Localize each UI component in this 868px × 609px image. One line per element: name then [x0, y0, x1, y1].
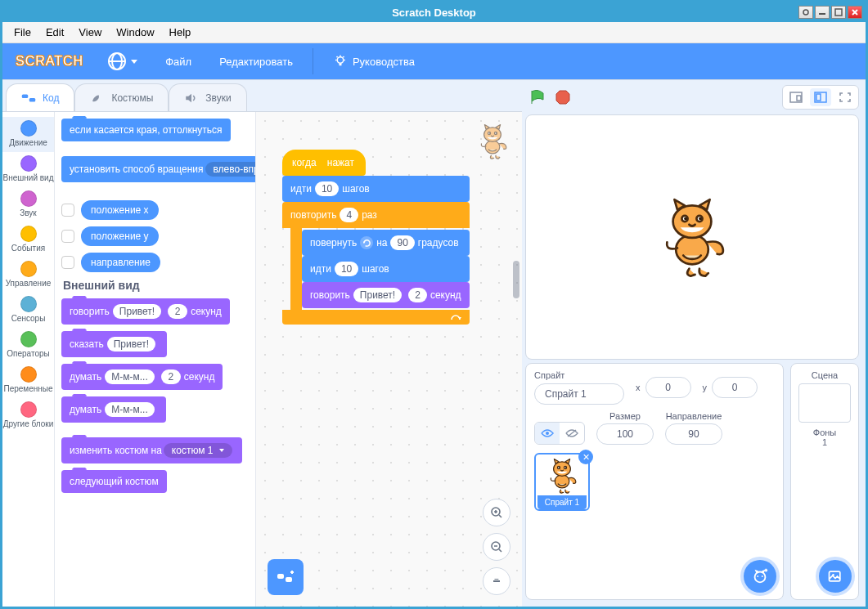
left-pane: Код Костюмы Звуки ДвижениеВнешний видЗву…	[2, 80, 522, 607]
add-backdrop-button[interactable]	[819, 560, 852, 593]
costume-dropdown[interactable]: костюм 1	[164, 443, 232, 458]
say-text-input[interactable]: Привет!	[353, 288, 402, 302]
degrees-input[interactable]: 90	[390, 235, 414, 250]
svg-point-28	[762, 575, 763, 577]
block-move-steps[interactable]: идти 10 шагов	[282, 176, 470, 202]
menu-window[interactable]: Window	[110, 24, 160, 41]
checkbox-direction[interactable]	[61, 256, 74, 269]
header-tutorials[interactable]: Руководства	[325, 49, 423, 74]
checkbox-y-position[interactable]	[61, 230, 74, 243]
block-next-costume[interactable]: следующий костюм	[61, 470, 167, 493]
think-text-input[interactable]: М-м-м...	[105, 402, 155, 417]
category-looks[interactable]: Внешний вид	[2, 152, 54, 187]
btn-close[interactable]	[848, 6, 862, 19]
category-label: Движение	[2, 138, 54, 147]
sprite-tile[interactable]: ✕ Спрайт 1	[534, 453, 590, 511]
sprite-y-input[interactable]	[712, 377, 758, 398]
delete-sprite-button[interactable]: ✕	[578, 450, 593, 464]
palette-header-looks: Внешний вид	[63, 279, 249, 292]
scratch-logo[interactable]: SCRATCH	[11, 54, 88, 69]
zoom-reset-button[interactable]: =	[483, 567, 510, 595]
block-move-steps[interactable]: идти 10 шагов	[302, 256, 470, 282]
category-sensing[interactable]: Сенсоры	[2, 293, 54, 328]
scrollbar-thumb[interactable]	[513, 261, 519, 298]
svg-point-30	[832, 574, 834, 576]
header-file[interactable]: Файл	[157, 51, 200, 73]
category-variables[interactable]: Переменные	[2, 363, 54, 398]
category-motion[interactable]: Движение	[2, 117, 54, 152]
block-think-for-secs[interactable]: думать М-м-м... 2 секунд	[61, 364, 223, 390]
add-extension-button[interactable]	[268, 559, 304, 595]
block-repeat[interactable]: повторить 4 раз повернуть на 90	[282, 202, 470, 325]
show-sprite-button[interactable]	[535, 423, 560, 444]
category-label: Внешний вид	[2, 173, 54, 182]
green-flag-icon	[322, 156, 322, 169]
sprite-on-stage[interactable]	[655, 196, 729, 278]
stage-size-large[interactable]	[810, 88, 831, 106]
block-think[interactable]: думать М-м-м...	[61, 396, 166, 423]
zoom-in-button[interactable]	[483, 499, 510, 526]
think-text-input[interactable]: М-м-м...	[105, 369, 155, 384]
add-sprite-button[interactable]	[744, 560, 776, 593]
tab-costumes[interactable]: Костюмы	[74, 83, 169, 111]
tab-sounds[interactable]: Звуки	[169, 83, 246, 111]
say-text-input[interactable]: Привет!	[107, 337, 155, 352]
block-switch-costume[interactable]: изменить костюм на костюм 1	[61, 437, 242, 463]
repeat-count-input[interactable]: 4	[340, 208, 358, 222]
window-title: Scratch Desktop	[392, 7, 476, 19]
say-secs-input[interactable]: 2	[168, 304, 187, 319]
block-edge-bounce[interactable]: если касается края, оттолкнуться	[61, 119, 231, 141]
sprite-direction-input[interactable]	[665, 423, 722, 445]
menu-help[interactable]: Help	[163, 24, 198, 41]
block-set-rotation-style[interactable]: установить способ вращения влево-вправо	[61, 156, 256, 182]
rotation-style-dropdown[interactable]: влево-вправо	[205, 162, 256, 177]
stage[interactable]	[525, 114, 859, 360]
steps-input[interactable]: 10	[335, 262, 358, 276]
workspace-scrollbar-v[interactable]	[512, 115, 520, 603]
say-secs-input[interactable]: 2	[408, 288, 427, 302]
btn-maximize[interactable]	[831, 6, 846, 19]
reporter-x-position[interactable]: положение x	[81, 200, 159, 220]
reporter-direction[interactable]: направление	[81, 253, 160, 272]
block-when-flag-clicked[interactable]: когда нажат	[282, 150, 366, 176]
block-palette[interactable]: если касается края, оттолкнуться установ…	[55, 112, 256, 607]
category-operators[interactable]: Операторы	[2, 328, 54, 363]
stage-size-small[interactable]	[785, 88, 807, 106]
label-x: x	[636, 383, 641, 392]
label-sprite: Спрайт	[534, 370, 624, 380]
hide-sprite-button[interactable]	[560, 423, 584, 444]
block-say-for-secs[interactable]: говорить Привет! 2 секунд	[302, 282, 470, 308]
header-edit[interactable]: Редактировать	[211, 51, 301, 73]
stage-thumbnail[interactable]	[798, 383, 851, 423]
menu-view[interactable]: View	[72, 24, 108, 41]
tab-code[interactable]: Код	[6, 83, 74, 111]
category-control[interactable]: Управление	[2, 257, 54, 293]
block-say[interactable]: сказать Привет!	[61, 331, 167, 357]
cat-plus-icon	[751, 567, 769, 585]
reporter-y-position[interactable]: положение y	[81, 226, 159, 246]
category-events[interactable]: События	[2, 222, 54, 257]
stage-fullscreen[interactable]	[834, 88, 856, 106]
script-workspace[interactable]: когда нажат идти 10 шагов повторить	[256, 112, 522, 607]
svg-rect-24	[816, 94, 821, 101]
green-flag-button[interactable]	[528, 88, 546, 106]
language-selector[interactable]	[100, 47, 146, 75]
zoom-out-button[interactable]	[483, 533, 510, 561]
sprite-size-input[interactable]	[596, 423, 654, 445]
steps-input[interactable]: 10	[315, 181, 339, 196]
say-text-input[interactable]: Привет!	[113, 304, 161, 319]
menu-edit[interactable]: Edit	[39, 24, 70, 41]
block-say-for-secs[interactable]: говорить Привет! 2 секунд	[61, 298, 230, 325]
script-stack[interactable]: когда нажат идти 10 шагов повторить	[282, 150, 470, 325]
btn-shade[interactable]	[798, 6, 813, 19]
category-myblocks[interactable]: Другие блоки	[2, 398, 54, 433]
category-sound[interactable]: Звук	[2, 187, 54, 222]
menu-file[interactable]: File	[7, 24, 38, 41]
sprite-x-input[interactable]	[645, 377, 691, 398]
checkbox-x-position[interactable]	[61, 204, 74, 217]
block-turn-right[interactable]: повернуть на 90 градусов	[302, 230, 470, 256]
btn-minimize[interactable]	[815, 6, 830, 19]
sprite-name-input[interactable]	[534, 383, 624, 405]
stop-button[interactable]	[555, 89, 571, 105]
think-secs-input[interactable]: 2	[161, 369, 181, 384]
